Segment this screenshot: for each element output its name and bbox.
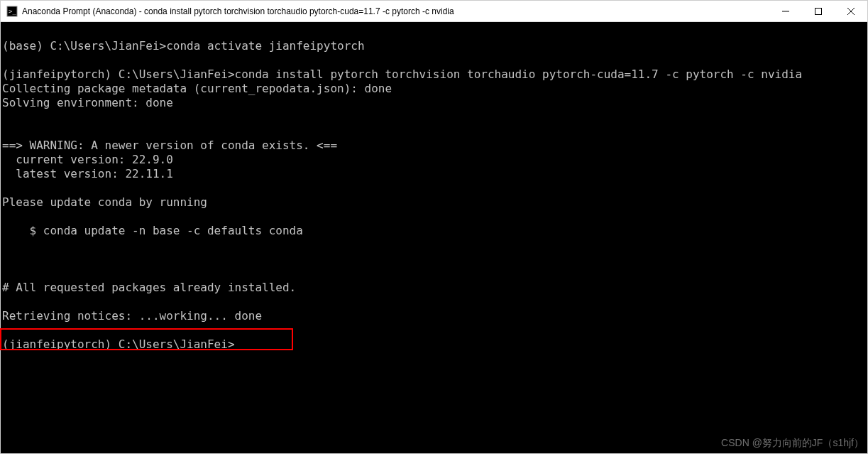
terminal-line: latest version: 22.11.1 (2, 167, 866, 181)
app-icon: >_ (6, 6, 18, 17)
terminal-line (2, 252, 866, 266)
terminal-line (2, 181, 866, 195)
terminal-line: Solving environment: done (2, 96, 866, 110)
svg-rect-3 (815, 8, 822, 14)
terminal-line: (jianfeipytorch) C:\Users\JianFei> (2, 337, 866, 352)
terminal-line: Retrieving notices: ...working... done (2, 309, 866, 323)
svg-text:>_: >_ (9, 8, 16, 15)
terminal-line: (jianfeipytorch) C:\Users\JianFei>conda … (2, 67, 866, 82)
terminal-line: current version: 22.9.0 (2, 153, 866, 167)
terminal-line: $ conda update -n base -c defaults conda (2, 224, 866, 238)
terminal-line (2, 295, 866, 309)
terminal-area[interactable]: (base) C:\Users\JianFei>conda activate j… (1, 22, 867, 453)
terminal-line (2, 25, 866, 39)
terminal-line: Please update conda by running (2, 195, 866, 210)
terminal-line (2, 124, 866, 139)
terminal-line: # All requested packages already install… (2, 281, 866, 295)
window-title: Anaconda Prompt (Anaconda) - conda insta… (22, 6, 769, 16)
terminal-line: Collecting package metadata (current_rep… (2, 82, 866, 96)
terminal-line (2, 323, 866, 337)
terminal-line (2, 53, 866, 67)
terminal-line (2, 238, 866, 252)
titlebar: >_ Anaconda Prompt (Anaconda) - conda in… (1, 1, 867, 22)
maximize-button[interactable] (802, 1, 835, 21)
terminal-line: ==> WARNING: A newer version of conda ex… (2, 139, 866, 153)
terminal-line: (base) C:\Users\JianFei>conda activate j… (2, 39, 866, 53)
close-button[interactable] (835, 1, 867, 21)
window-controls (769, 1, 867, 21)
terminal-line (2, 266, 866, 281)
terminal-line (2, 210, 866, 224)
window: >_ Anaconda Prompt (Anaconda) - conda in… (0, 0, 868, 454)
minimize-button[interactable] (769, 1, 802, 21)
terminal-line (2, 110, 866, 124)
